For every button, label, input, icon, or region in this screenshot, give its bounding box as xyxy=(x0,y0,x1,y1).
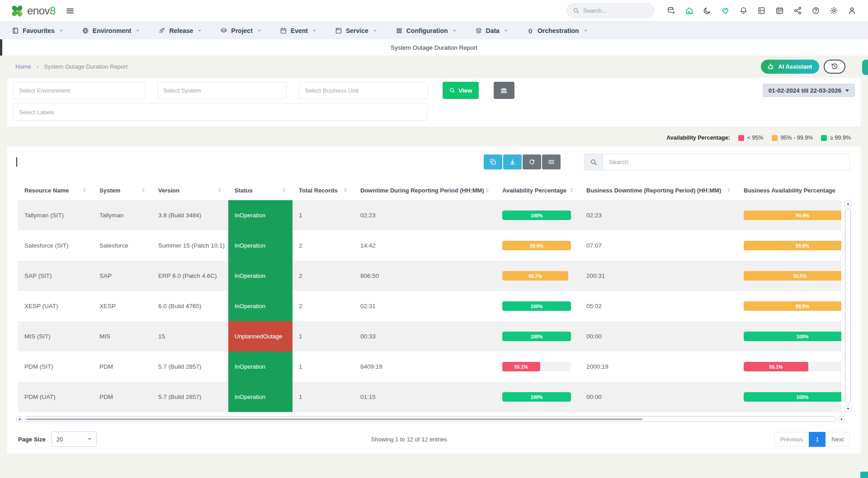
table-row: PDM (UAT) PDM 5.7 (Build 2857) InOperati… xyxy=(18,382,841,412)
pagination-row: Page Size 20 Showing 1 to 12 of 12 entri… xyxy=(18,431,850,447)
nav-item-configuration[interactable]: Configuration xyxy=(396,27,457,34)
server-icon[interactable] xyxy=(757,6,766,15)
current-page-button[interactable]: 1 xyxy=(809,432,826,447)
main-nav: Favourites Environment Release Project E… xyxy=(0,21,868,39)
system-cell: MIS xyxy=(93,333,152,340)
horizontal-scrollbar[interactable] xyxy=(16,416,844,422)
orchestration-icon: {} xyxy=(527,27,534,34)
total-records-cell: 1 xyxy=(292,333,354,340)
sort-icon[interactable] xyxy=(283,188,285,193)
legend-color-chip xyxy=(772,135,778,141)
nav-item-service[interactable]: Service xyxy=(335,27,377,34)
moon-icon[interactable] xyxy=(703,6,712,15)
bank-button[interactable] xyxy=(494,82,514,99)
vertical-scrollbar[interactable] xyxy=(844,200,851,412)
table-search-input[interactable] xyxy=(603,154,850,170)
enov8-logo[interactable]: enov8 xyxy=(10,4,56,18)
downtime-cell: 806:50 xyxy=(354,272,496,279)
help-icon[interactable] xyxy=(811,6,820,15)
global-search[interactable] xyxy=(566,3,654,18)
business-availability-cell: 55.1% xyxy=(737,362,841,371)
ai-assistant-button[interactable]: AI Assistant xyxy=(761,60,819,74)
column-header[interactable]: Total Records xyxy=(292,187,354,194)
gear-icon[interactable] xyxy=(830,6,838,15)
user-icon[interactable] xyxy=(848,6,856,15)
breadcrumb-home-link[interactable]: Home xyxy=(15,63,31,70)
side-panel-pull-tab[interactable] xyxy=(862,60,868,75)
business-downtime-cell: 2000:19 xyxy=(580,363,737,370)
scroll-left-button[interactable] xyxy=(16,416,22,422)
sort-icon[interactable] xyxy=(570,188,573,193)
chevron-down-icon xyxy=(373,28,377,33)
availability-bar: 100% xyxy=(502,211,571,220)
date-range-picker[interactable]: 01-02-2024 till 22-03-2026 xyxy=(763,84,855,97)
horizontal-scroll-track[interactable] xyxy=(24,416,836,422)
column-header[interactable]: Status xyxy=(228,187,292,194)
caret-down-icon xyxy=(845,89,849,92)
resource-name-cell: MIS (SIT) xyxy=(18,333,93,340)
column-header[interactable]: Availability Percentage xyxy=(496,187,580,194)
business-unit-select-input[interactable] xyxy=(299,82,428,99)
business-availability-cell: 100% xyxy=(737,392,841,402)
share-icon[interactable] xyxy=(793,6,802,15)
sort-icon[interactable] xyxy=(486,188,489,193)
column-header[interactable]: Business Downtime (Reporting Period) (HH… xyxy=(580,187,737,194)
page-size-select[interactable]: 20 xyxy=(51,431,97,447)
system-cell: PDM xyxy=(93,394,152,400)
system-cell: PDM xyxy=(93,363,152,370)
nav-item-project[interactable]: Project xyxy=(220,27,261,34)
availability-cell: 55.1% xyxy=(496,362,580,371)
sort-icon[interactable] xyxy=(344,188,347,193)
nav-item-orchestration[interactable]: {} Orchestration xyxy=(527,27,588,34)
total-records-cell: 1 xyxy=(292,394,354,400)
history-button[interactable] xyxy=(824,60,845,74)
download-button[interactable] xyxy=(503,155,522,169)
column-header[interactable]: Version xyxy=(152,187,228,194)
favourites-icon xyxy=(12,27,19,34)
previous-page-button[interactable]: Previous xyxy=(774,432,809,447)
next-page-button[interactable]: Next xyxy=(826,432,850,447)
resource-name-cell: SAP (SIT) xyxy=(18,272,93,279)
heart-icon[interactable] xyxy=(721,6,730,15)
horizontal-scroll-thumb[interactable] xyxy=(26,418,642,420)
sort-icon[interactable] xyxy=(142,188,145,193)
column-header[interactable]: System xyxy=(93,187,152,194)
system-cell: Tallyman xyxy=(93,212,152,219)
sort-icon[interactable] xyxy=(83,188,86,193)
nav-item-data[interactable]: Data xyxy=(475,27,509,34)
copy-button[interactable] xyxy=(484,155,502,169)
nav-item-favourites[interactable]: Favourites xyxy=(12,27,64,34)
scroll-right-button[interactable] xyxy=(839,416,844,422)
breadcrumb-row: Home › System Outage Duration Report AI … xyxy=(0,56,868,77)
version-cell: ERP 6.0 (Patch 4.6C) xyxy=(152,272,228,279)
home-icon[interactable] xyxy=(685,6,693,15)
view-button[interactable]: View xyxy=(443,82,479,99)
column-header[interactable]: Business Availability Percentage xyxy=(737,187,841,194)
scroll-up-button[interactable] xyxy=(844,200,851,207)
nav-item-release[interactable]: Release xyxy=(158,27,202,34)
bell-icon[interactable] xyxy=(739,6,748,15)
business-availability-cell: 99.8% xyxy=(737,241,841,250)
service-icon xyxy=(335,27,342,34)
nav-item-event[interactable]: Event xyxy=(280,27,317,34)
menu-toggle-icon[interactable] xyxy=(66,6,75,15)
nav-item-environment[interactable]: Environment xyxy=(82,27,141,34)
database-add-icon[interactable] xyxy=(667,6,675,15)
environment-select-input[interactable] xyxy=(13,82,145,99)
column-header[interactable]: Resource Name xyxy=(18,187,93,194)
labels-select-input[interactable] xyxy=(13,103,428,121)
legend-color-chip xyxy=(821,135,827,141)
system-select-input[interactable] xyxy=(157,82,287,99)
sort-icon[interactable] xyxy=(727,188,730,193)
resource-name-cell: XESP (UAT) xyxy=(18,303,93,309)
sort-icon[interactable] xyxy=(218,188,221,193)
breadcrumb-separator: › xyxy=(37,63,38,70)
configuration-icon xyxy=(396,27,403,34)
refresh-button[interactable] xyxy=(523,155,541,169)
column-header[interactable]: Downtime During Reporting Period (HH:MM) xyxy=(354,187,496,194)
global-search-input[interactable] xyxy=(583,7,648,14)
scroll-down-button[interactable] xyxy=(844,405,851,412)
columns-button[interactable] xyxy=(542,155,561,169)
vertical-scroll-thumb[interactable] xyxy=(845,208,851,404)
calendar-icon[interactable] xyxy=(775,6,784,15)
